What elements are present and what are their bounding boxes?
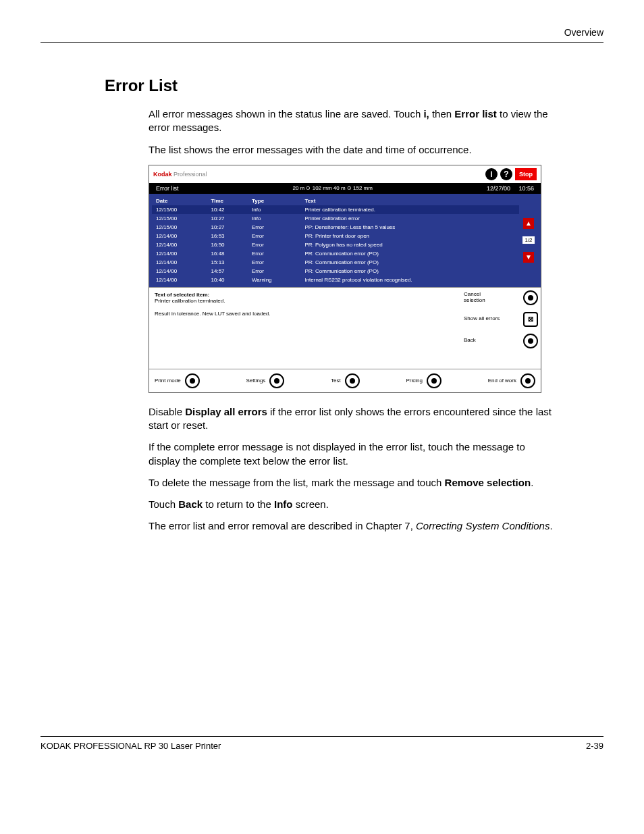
settings-label: Settings xyxy=(246,377,265,384)
radio-icon xyxy=(185,373,200,388)
status-time: 10:56 xyxy=(518,185,534,192)
print-mode-label: Print mode xyxy=(155,377,181,384)
bold-info: Info xyxy=(274,498,293,510)
cell-time: 10:42 xyxy=(207,205,248,214)
col-text: Text xyxy=(300,197,519,205)
cell-date: 12/14/00 xyxy=(152,267,207,276)
back-label: Back xyxy=(464,338,501,344)
brand: Kodak Professional xyxy=(153,171,207,178)
detail-line2: Result in tolerance. New LUT saved and l… xyxy=(155,311,456,317)
cell-text: Printer calibration terminated. xyxy=(300,205,519,214)
closing-p: The error list and error removal are des… xyxy=(149,519,556,533)
text: . xyxy=(549,520,552,531)
text: To delete the message from the list, mar… xyxy=(149,477,445,488)
intro-block: All error messages shown in the status l… xyxy=(149,107,556,157)
cell-time: 14:57 xyxy=(207,267,248,276)
status-bar: Error list 20 m ⊙ 102 mm 40 m ⊙ 152 mm 1… xyxy=(149,183,541,194)
cell-type: Error xyxy=(248,223,300,232)
help-icon[interactable]: ? xyxy=(500,168,512,180)
bold-back: Back xyxy=(178,498,203,510)
radio-icon xyxy=(345,373,360,388)
table-row[interactable]: 12/14/0015:13ErrorPR: Communication erro… xyxy=(152,258,519,267)
screenshot-topbar: Kodak Professional i ? Stop xyxy=(149,165,541,183)
text: screen. xyxy=(292,498,328,510)
cell-date: 12/15/00 xyxy=(152,223,207,232)
error-table-area: Date Time Type Text 12/15/0010:42InfoPri… xyxy=(149,194,541,287)
table-row[interactable]: 12/15/0010:27InfoPrinter calibration err… xyxy=(152,214,519,223)
cell-text: PP: Densitometer: Less than 5 values xyxy=(300,223,519,232)
text: to return to the xyxy=(203,498,274,510)
cell-type: Info xyxy=(248,214,300,223)
cell-date: 12/14/00 xyxy=(152,249,207,258)
cell-date: 12/14/00 xyxy=(152,232,207,240)
error-list-screenshot: Kodak Professional i ? Stop Error list 2… xyxy=(149,165,541,393)
stop-button[interactable]: Stop xyxy=(515,168,537,180)
pricing-button[interactable]: Pricing xyxy=(406,373,441,388)
table-row[interactable]: 12/14/0016:48ErrorPR: Communication erro… xyxy=(152,249,519,258)
table-row[interactable]: 12/15/0010:42InfoPrinter calibration ter… xyxy=(152,205,519,214)
radio-icon xyxy=(523,290,538,305)
cell-date: 12/14/00 xyxy=(152,258,207,267)
cell-type: Info xyxy=(248,205,300,214)
text: then xyxy=(429,108,455,120)
cell-type: Error xyxy=(248,267,300,276)
cell-text: PR: Communication error (PO) xyxy=(300,249,519,258)
radio-icon xyxy=(523,334,538,348)
col-time: Time xyxy=(207,197,248,205)
cell-time: 16:48 xyxy=(207,249,248,258)
status-paper-info: 20 m ⊙ 102 mm 40 m ⊙ 152 mm xyxy=(292,185,372,192)
bold-i: i, xyxy=(423,108,429,120)
test-label: Test xyxy=(331,377,341,384)
text: . xyxy=(531,477,533,488)
bottom-nav: Print mode Settings Test Pricing End of … xyxy=(149,369,541,392)
cancel-selection-button[interactable]: Cancel selection xyxy=(464,290,538,305)
show-all-errors-button[interactable]: Show all errors ⊠ xyxy=(464,312,538,327)
col-type: Type xyxy=(248,197,300,205)
closing-block: The error list and error removal are des… xyxy=(149,519,556,533)
bold-remove-selection: Remove selection xyxy=(445,477,531,488)
end-of-work-label: End of work xyxy=(488,377,516,384)
detail-area: Text of selected item: Printer calibrati… xyxy=(149,287,541,369)
cell-time: 10:27 xyxy=(207,223,248,232)
text: Touch xyxy=(149,498,178,510)
cell-time: 16:53 xyxy=(207,232,248,240)
after-p2: If the complete error message is not dis… xyxy=(149,440,556,468)
back-button[interactable]: Back xyxy=(464,334,538,348)
error-table: Date Time Type Text 12/15/0010:42InfoPri… xyxy=(152,197,519,284)
cell-date: 12/15/00 xyxy=(152,205,207,214)
table-row[interactable]: 12/14/0016:50ErrorPR: Polygon has no rat… xyxy=(152,240,519,249)
cell-date: 12/14/00 xyxy=(152,240,207,249)
detail-header: Text of selected item: xyxy=(155,292,456,298)
cell-date: 12/14/00 xyxy=(152,276,207,284)
text: The error list and error removal are des… xyxy=(149,520,416,531)
test-button[interactable]: Test xyxy=(331,373,360,388)
table-header-row: Date Time Type Text xyxy=(152,197,519,205)
table-row[interactable]: 12/14/0010:40WarningInternal RS232 proto… xyxy=(152,276,519,284)
scroll-down-button[interactable]: ▼ xyxy=(523,252,534,263)
cell-type: Error xyxy=(248,240,300,249)
radio-icon xyxy=(269,373,284,388)
table-row[interactable]: 12/14/0014:57ErrorPR: Communication erro… xyxy=(152,267,519,276)
end-of-work-button[interactable]: End of work xyxy=(488,373,535,388)
table-row[interactable]: 12/14/0016:53ErrorPR: Printer front door… xyxy=(152,232,519,240)
cell-text: Printer calibration error xyxy=(300,214,519,223)
info-icon[interactable]: i xyxy=(485,168,498,180)
col-date: Date xyxy=(152,197,207,205)
text: All error messages shown in the status l… xyxy=(149,108,423,120)
section-title: Error List xyxy=(105,76,603,95)
cell-text: Internal RS232 protocol violation recogn… xyxy=(300,276,519,284)
cell-time: 15:13 xyxy=(207,258,248,267)
after-p3: To delete the message from the list, mar… xyxy=(149,476,556,490)
cell-type: Error xyxy=(248,232,300,240)
intro-p1: All error messages shown in the status l… xyxy=(149,107,556,135)
brand-professional: Professional xyxy=(172,171,207,178)
cell-type: Error xyxy=(248,258,300,267)
cell-type: Error xyxy=(248,249,300,258)
brand-kodak: Kodak xyxy=(153,171,172,178)
table-row[interactable]: 12/15/0010:27ErrorPP: Densitometer: Less… xyxy=(152,223,519,232)
cell-type: Warning xyxy=(248,276,300,284)
bold-errorlist: Error list xyxy=(454,108,497,120)
scroll-up-button[interactable]: ▲ xyxy=(523,218,534,229)
settings-button[interactable]: Settings xyxy=(246,373,284,388)
print-mode-button[interactable]: Print mode xyxy=(155,373,200,388)
